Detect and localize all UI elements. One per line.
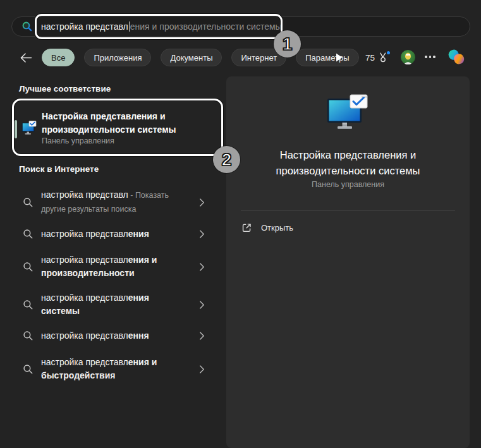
search-icon [23,229,33,239]
back-arrow-icon [20,53,32,63]
suggestion-text: настройка представл - Показатьдругие рез… [41,188,199,216]
filter-tab-4[interactable]: Параметры [296,49,358,66]
search-input[interactable]: настройка представления и производительн… [11,16,470,37]
open-action[interactable]: Открыть [241,221,293,234]
search-icon [23,262,33,272]
open-external-icon [241,222,252,233]
search-typed-text: настройка представл [41,21,128,32]
chevron-right-icon [199,300,205,310]
best-match-header: Лучшее соответствие [19,84,111,94]
preview-panel: Настройка представления и производительн… [226,76,470,448]
copilot-logo [447,47,466,66]
monitor-check-icon-large [327,94,368,131]
suggestion-text: настройка представления ипроизводительно… [41,253,199,280]
text-cursor [129,21,130,32]
copilot-button[interactable] [447,47,466,66]
web-suggestion-item[interactable]: настройка представлениясистемы [19,288,210,321]
selection-accent-bar [15,120,17,138]
web-suggestion-item[interactable]: настройка представления [19,224,210,243]
search-suggestion-ghost-text: ения и производительности системы [130,21,282,32]
more-options-button[interactable] [425,56,435,58]
ellipsis-icon [425,56,427,58]
filter-tab-3[interactable]: Интернет [231,49,286,66]
rewards-notification-dot [387,51,390,54]
rewards-points: 75 [365,53,375,63]
chevron-right-icon [199,331,205,341]
back-button[interactable] [18,50,33,65]
chevron-right-icon [199,229,205,239]
preview-title: Настройка представления и производительн… [226,147,470,179]
chevron-right-icon [199,262,205,272]
filter-tab-1[interactable]: Приложения [84,49,151,66]
rewards-counter[interactable]: 75 [365,51,389,64]
filter-tabs: ВсеПриложенияДокументыИнтернетПараметры [42,49,359,66]
best-match-subtitle: Панель управления [42,136,114,145]
search-icon [23,330,33,341]
best-match-title: Настройка представления и производительн… [42,110,176,136]
web-search-header: Поиск в Интернете [19,164,99,174]
monitor-check-icon [21,121,37,135]
user-avatar[interactable] [401,50,415,64]
web-suggestion-item[interactable]: настройка представлення [19,326,210,345]
divider [241,210,455,211]
suggestion-text: настройка представления ибыстродействия [41,356,199,382]
filter-tab-2[interactable]: Документы [161,49,222,66]
avatar-image [401,50,415,64]
web-suggestion-item[interactable]: настройка представления ибыстродействия [19,353,210,385]
chevron-right-icon [199,198,205,207]
chevron-right-icon [199,365,205,374]
suggestion-text: настройка представлення [41,329,199,342]
open-label: Открыть [261,223,293,233]
web-suggestion-item[interactable]: настройка представл - Показатьдругие рез… [19,186,210,219]
web-suggestion-item[interactable]: настройка представления ипроизводительно… [19,250,210,283]
play-right-icon [336,53,343,62]
search-icon [23,197,33,208]
search-icon [23,364,33,375]
suggestion-text: настройка представлениясистемы [41,291,199,318]
filter-tab-0[interactable]: Все [42,49,75,66]
windows-search-flyout: { "annotations": { "badge1": "1", "badge… [0,0,481,448]
preview-subtitle: Панель управления [226,180,470,189]
scroll-tabs-right-button[interactable] [332,51,345,64]
best-match-result[interactable]: Настройка представления и производительн… [13,100,222,155]
suggestion-text: настройка представления [41,227,199,241]
search-icon [23,300,33,310]
search-colorful-icon [21,21,33,32]
